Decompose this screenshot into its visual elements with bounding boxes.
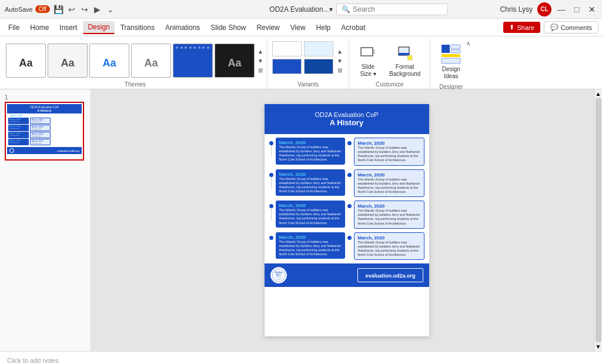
svg-rect-5 (407, 55, 412, 60)
search-box[interactable]: 🔍 (336, 4, 448, 15)
slide-thumbnail-1[interactable]: 1 OD2A Evaluation CoP A History March, 2… (5, 94, 86, 161)
left-text-1: The Atlantic Group of builders was estab… (279, 145, 342, 162)
themes-section: Aa Aa (4, 39, 267, 89)
menu-review[interactable]: Review (252, 22, 284, 34)
close-icon[interactable]: ✕ (587, 4, 597, 15)
format-background-button[interactable]: FormatBackground (384, 41, 425, 80)
slide-size-icon (359, 44, 377, 62)
undo-icon[interactable]: ↩ (66, 4, 77, 15)
menu-animations[interactable]: Animations (160, 22, 205, 34)
menu-design[interactable]: Design (83, 21, 114, 34)
footer-url: evaluation.od2a.org (365, 273, 415, 279)
slide-title: OD2A Evaluation CoP (274, 111, 420, 118)
slide-body: March, 2020 The Atlantic Group of builde… (265, 134, 429, 263)
scroll-down-icon[interactable]: ▼ (596, 343, 601, 350)
menu-slideshow[interactable]: Slide Show (206, 22, 250, 34)
document-title: OD2A Evaluation...▾ (269, 5, 332, 14)
theme-dots[interactable] (173, 44, 213, 78)
variant-1[interactable] (272, 41, 302, 56)
variant-2[interactable] (304, 41, 333, 56)
save-icon[interactable]: 💾 (53, 4, 64, 15)
scroll-up-icon[interactable]: ▲ (596, 91, 601, 97)
timeline-entry-2: March, 2020 The Atlantic Group of builde… (269, 169, 424, 198)
comments-icon: 💬 (550, 24, 558, 31)
search-input[interactable] (353, 5, 435, 14)
variants-scroll-down[interactable]: ▼ (336, 56, 344, 65)
title-bar-icons: 💾 ↩ ↪ ▶ ⌄ (53, 4, 116, 15)
menu-home[interactable]: Home (25, 22, 53, 34)
variants-section: ▲ ▼ ⊞ Variants (267, 39, 349, 89)
notes-bar[interactable]: Click to add notes (0, 351, 602, 364)
menu-acrobat[interactable]: Acrobat (336, 22, 370, 34)
comments-button[interactable]: 💬 Comments (544, 21, 598, 34)
right-title-4: March, 2020 (358, 235, 420, 241)
canvas-scrollbar[interactable]: ▲ ▼ (594, 89, 602, 351)
right-text-3: The Atlantic Group of builders was estab… (358, 209, 420, 226)
svg-rect-0 (361, 48, 373, 56)
title-bar-right: Chris Lysy CL — □ ✕ (500, 2, 597, 16)
present-icon[interactable]: ▶ (92, 4, 103, 15)
menu-insert[interactable]: Insert (55, 22, 82, 34)
theme-colorful[interactable]: Aa (89, 44, 129, 78)
slide-subtitle: A History (274, 118, 420, 127)
maximize-icon[interactable]: □ (571, 4, 582, 15)
svg-rect-4 (399, 53, 409, 55)
design-ideas-button[interactable]: DesignIdeas (436, 41, 466, 82)
menu-view[interactable]: View (286, 22, 310, 34)
themes-row: Aa Aa (6, 41, 265, 80)
format-background-label: FormatBackground (389, 64, 420, 78)
title-center: OD2A Evaluation...▾ (269, 5, 332, 14)
left-title-3: March, 2020 (279, 203, 342, 208)
format-background-icon (396, 44, 414, 62)
slide-preview[interactable]: OD2A Evaluation CoP A History March, 202… (5, 102, 84, 161)
slide-size-button[interactable]: SlideSize ▾ (354, 41, 382, 80)
left-box-4: March, 2020 The Atlantic Group of builde… (276, 232, 345, 259)
right-text-2: The Atlantic Group of builders was estab… (358, 178, 420, 195)
variant-4[interactable] (304, 59, 333, 74)
autosave-control[interactable]: AutoSave Off (5, 5, 50, 13)
canvas-area[interactable]: ▲ ▼ OD2A Evaluation CoP A History (91, 89, 602, 351)
more-icon[interactable]: ⌄ (105, 4, 116, 15)
theme-default[interactable]: Aa (6, 44, 46, 78)
slide-header: OD2A Evaluation CoP A History (265, 104, 429, 134)
theme-scroll-more[interactable]: ⊞ (256, 66, 265, 74)
menu-transitions[interactable]: Transitions (116, 22, 159, 34)
footer-url-box: evaluation.od2a.org (357, 268, 423, 282)
variants-scroll-more[interactable]: ⊞ (336, 66, 344, 74)
timeline-entry-4: March, 2020 The Atlantic Group of builde… (269, 232, 424, 261)
themes-label: Themes (6, 80, 265, 89)
menu-help[interactable]: Help (312, 22, 336, 34)
menu-file[interactable]: File (4, 22, 24, 34)
theme-scroll-up[interactable]: ▲ (256, 47, 265, 55)
left-text-2: The Atlantic Group of builders was estab… (279, 177, 342, 194)
left-title-4: March, 2020 (279, 235, 342, 240)
variants-scroll: ▲ ▼ ⊞ (336, 41, 344, 80)
theme-scroll-down[interactable]: ▼ (256, 56, 265, 65)
scroll-thumb[interactable] (596, 98, 601, 342)
minimize-icon[interactable]: — (556, 4, 567, 15)
svg-text:Community: Community (275, 279, 281, 280)
theme-gray[interactable]: Aa (48, 44, 88, 78)
left-box-1: March, 2020 The Atlantic Group of builde… (276, 138, 345, 165)
notes-placeholder[interactable]: Click to add notes (7, 357, 58, 364)
theme-dark[interactable]: Aa (215, 44, 255, 78)
variant-3[interactable] (272, 59, 302, 74)
variants-scroll-up[interactable]: ▲ (336, 47, 344, 55)
customize-section: SlideSize ▾ FormatBackground Customize (349, 39, 430, 89)
user-avatar[interactable]: CL (537, 2, 551, 16)
customize-label: Customize (376, 80, 403, 89)
slide-canvas[interactable]: OD2A Evaluation CoP A History March, 202… (265, 104, 429, 336)
share-button[interactable]: ⬆ Share (503, 22, 540, 33)
autosave-toggle[interactable]: Off (35, 5, 50, 13)
redo-icon[interactable]: ↪ (79, 4, 90, 15)
svg-rect-10 (442, 58, 460, 64)
designer-section: DesignIdeas ∧ Designer (430, 39, 471, 89)
designer-collapse-icon[interactable]: ∧ (466, 40, 470, 46)
left-title-1: March, 2020 (279, 140, 342, 145)
theme-minimal[interactable]: Aa (131, 44, 171, 78)
slide-size-label: SlideSize ▾ (360, 64, 376, 78)
right-box-2: March, 2020 The Atlantic Group of builde… (354, 169, 424, 198)
svg-rect-9 (442, 54, 460, 57)
design-ideas-label: DesignIdeas (442, 66, 460, 80)
right-text-1: The Atlantic Group of builders was estab… (358, 146, 420, 163)
